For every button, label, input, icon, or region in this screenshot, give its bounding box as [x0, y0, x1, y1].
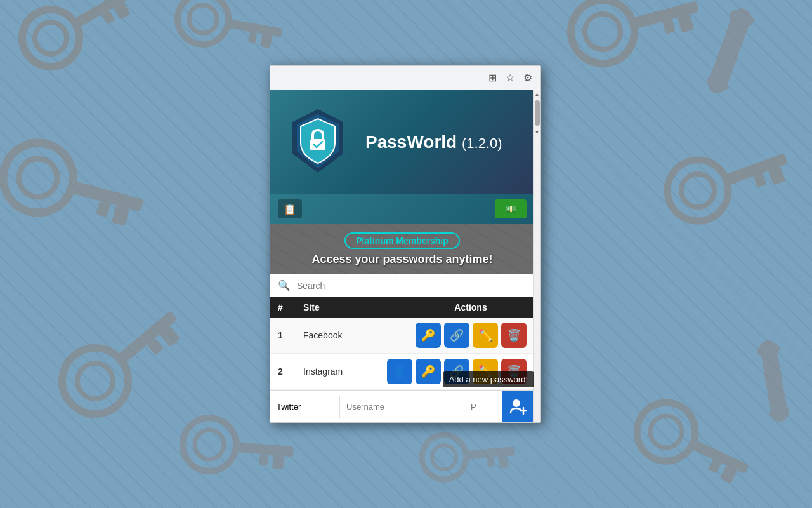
- facebook-link-button[interactable]: 🔗: [444, 323, 469, 348]
- svg-rect-49: [498, 456, 509, 468]
- scrollbar[interactable]: ▲ ▼: [533, 90, 540, 422]
- browser-popup: ⊞ ☆ ⚙ ▲ ▼: [270, 65, 541, 423]
- scroll-thumb[interactable]: [535, 100, 540, 126]
- platinum-banner: Platinum Membership Access your password…: [270, 224, 534, 274]
- new-site-input[interactable]: [270, 396, 340, 418]
- search-icon: 🔍: [278, 279, 291, 291]
- app-header: PassWorld (1.2.0): [270, 90, 534, 194]
- search-input[interactable]: [297, 281, 527, 291]
- facebook-edit-button[interactable]: ✏️: [473, 323, 498, 348]
- svg-point-38: [627, 393, 705, 471]
- instagram-user-button[interactable]: 👤: [387, 359, 412, 384]
- svg-rect-36: [272, 455, 284, 469]
- svg-rect-53: [310, 139, 325, 150]
- svg-rect-37: [259, 454, 268, 465]
- svg-rect-13: [678, 14, 694, 32]
- scroll-up-arrow[interactable]: ▲: [534, 90, 540, 98]
- row-1-num: 1: [278, 330, 303, 340]
- list-icon: 📋: [284, 203, 296, 215]
- row-1-actions: 🔑 🔗 ✏️ 🗑️: [416, 323, 527, 348]
- app-name: PassWorld: [365, 132, 457, 152]
- svg-point-6: [187, 3, 219, 36]
- svg-point-10: [564, 0, 641, 70]
- bookmark-icon[interactable]: ☆: [504, 72, 516, 84]
- row-2-site: Instagram: [303, 366, 387, 377]
- row-1-site: Facebook: [303, 330, 416, 340]
- svg-point-39: [645, 411, 687, 453]
- scroll-down-arrow[interactable]: ▼: [534, 128, 540, 136]
- new-username-input[interactable]: [340, 396, 464, 418]
- facebook-delete-button[interactable]: 🗑️: [501, 323, 527, 348]
- svg-rect-8: [260, 34, 272, 48]
- settings-icon[interactable]: ⚙: [521, 72, 534, 84]
- new-password-input[interactable]: [464, 396, 502, 418]
- list-button[interactable]: 📋: [278, 199, 302, 218]
- svg-point-34: [193, 429, 225, 460]
- popup-content: PassWorld (1.2.0) 📋 💵 Platinum Membershi…: [270, 90, 534, 422]
- add-password-button[interactable]: [502, 391, 534, 422]
- col-site: Site: [303, 302, 415, 312]
- svg-point-33: [180, 415, 238, 473]
- svg-point-1: [29, 17, 72, 60]
- svg-point-24: [677, 170, 719, 212]
- svg-point-0: [12, 0, 90, 77]
- app-name-container: PassWorld (1.2.0): [365, 132, 502, 152]
- row-2-num: 2: [278, 366, 303, 377]
- col-actions: Actions: [415, 302, 527, 312]
- platinum-badge-label: Platinum Membership: [356, 236, 448, 246]
- add-password-row: Add a new password!: [270, 390, 534, 422]
- svg-rect-14: [662, 19, 676, 34]
- svg-point-29: [70, 356, 121, 406]
- table-header: # Site Actions: [270, 297, 534, 318]
- header-toolbar: 📋 💵: [270, 194, 534, 224]
- col-num: #: [278, 302, 303, 312]
- svg-rect-9: [248, 32, 258, 43]
- upgrade-icon: 💵: [506, 204, 516, 214]
- svg-point-23: [658, 151, 737, 229]
- svg-rect-21: [112, 205, 129, 226]
- svg-rect-22: [96, 201, 110, 217]
- translate-icon[interactable]: ⊞: [486, 72, 499, 84]
- app-version: (1.2.0): [462, 135, 502, 151]
- svg-point-54: [513, 399, 520, 407]
- svg-point-46: [420, 433, 468, 481]
- facebook-key-button[interactable]: 🔑: [416, 323, 441, 348]
- add-user-icon: [509, 398, 527, 415]
- svg-point-19: [15, 154, 61, 201]
- platinum-badge: Platinum Membership: [344, 232, 459, 249]
- platinum-tagline: Access your passwords anytime!: [311, 253, 492, 266]
- upgrade-button[interactable]: 💵: [495, 199, 527, 218]
- app-title: PassWorld (1.2.0): [365, 132, 502, 152]
- instagram-key-button[interactable]: 🔑: [416, 359, 441, 384]
- search-bar: 🔍: [270, 274, 534, 297]
- shield-logo: [283, 106, 353, 178]
- shield-svg: [283, 106, 353, 176]
- svg-rect-50: [487, 457, 494, 467]
- add-button-tooltip: Add a new password!: [443, 371, 534, 387]
- browser-chrome: ⊞ ☆ ⚙: [270, 66, 540, 90]
- svg-point-47: [431, 444, 457, 470]
- svg-point-18: [0, 135, 81, 221]
- svg-point-11: [581, 10, 625, 54]
- table-row: 1 Facebook 🔑 🔗 ✏️ 🗑️: [270, 318, 534, 354]
